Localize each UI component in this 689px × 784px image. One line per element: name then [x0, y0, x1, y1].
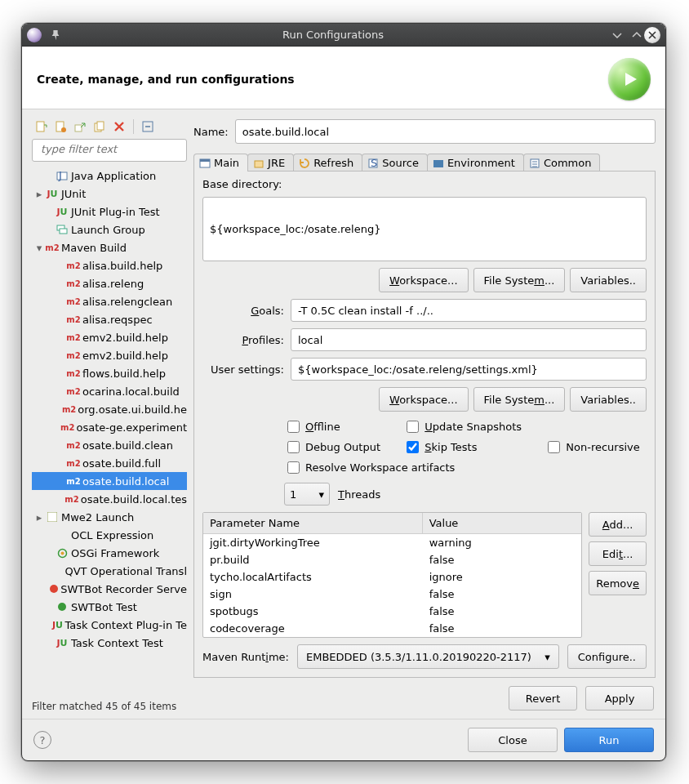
svg-rect-17 [200, 159, 210, 162]
pin-icon[interactable] [50, 29, 61, 41]
chevron-down-icon: ▾ [318, 488, 324, 501]
variables-button[interactable]: Variables.. [570, 268, 647, 292]
svg-point-13 [60, 551, 64, 555]
filter-input[interactable] [39, 142, 180, 156]
svg-point-2 [61, 127, 66, 132]
table-row[interactable]: pr.buildfalse [203, 551, 581, 568]
close-icon[interactable] [644, 27, 660, 43]
tree-item-maven-child[interactable]: m2osate.build.local.tes [32, 490, 187, 508]
tree-item-launch-group[interactable]: Launch Group [32, 220, 187, 238]
tab-refresh[interactable]: Refresh [293, 154, 362, 172]
tree-item-swtbot-recorder[interactable]: SWTBot Recorder Serve [32, 580, 187, 598]
non-recursive-checkbox[interactable]: Non-recursive [545, 439, 647, 456]
new-config-icon[interactable] [33, 119, 48, 134]
svg-rect-3 [75, 125, 82, 131]
filter-box[interactable] [32, 139, 187, 162]
new-prototype-icon[interactable] [53, 119, 68, 134]
profiles-input[interactable] [291, 328, 647, 351]
tree-item-maven-child[interactable]: m2emv2.build.help [32, 346, 187, 364]
goals-label: Goals: [202, 305, 284, 317]
add-parameter-button[interactable]: Add... [589, 512, 647, 537]
configure-button[interactable]: Configure.. [567, 644, 647, 669]
workspace-button-2[interactable]: Workspace... [379, 387, 468, 412]
main-tab-pane: Base directory: Workspace... File System… [193, 172, 656, 678]
tree-item-maven-child[interactable]: m2org.osate.ui.build.he [32, 400, 187, 418]
basedir-input[interactable] [202, 197, 647, 261]
svg-rect-0 [37, 122, 44, 131]
close-button[interactable]: Close [468, 728, 558, 752]
skip-tests-checkbox[interactable]: Skip Tests [403, 439, 528, 456]
help-icon[interactable]: ? [33, 731, 51, 749]
svg-rect-10 [60, 229, 67, 234]
table-row[interactable]: tycho.localArtifactsignore [203, 568, 581, 586]
tab-jre[interactable]: JRE [247, 154, 294, 172]
tree-item-osgi[interactable]: OSGi Framework [32, 544, 187, 562]
run-configurations-window: Run Configurations Create, manage, and r… [21, 23, 666, 761]
revert-button[interactable]: Revert [509, 686, 577, 710]
debug-output-checkbox[interactable]: Debug Output [284, 439, 387, 456]
table-row[interactable]: spotbugsfalse [203, 603, 581, 620]
maximize-icon[interactable] [629, 28, 644, 42]
offline-checkbox[interactable]: Offline [284, 418, 387, 435]
threads-spinner[interactable]: 1▾ [284, 483, 330, 506]
tree-item-task-plugin[interactable]: JUTask Context Plug-in Te [32, 616, 187, 634]
delete-icon[interactable] [112, 119, 127, 134]
tree-item-maven-build[interactable]: ▾m2Maven Build [32, 238, 187, 256]
tree-item-ocl[interactable]: OCL Expression [32, 526, 187, 544]
param-name-header: Parameter Name [203, 513, 423, 533]
goals-input[interactable] [291, 299, 647, 322]
tree-item-maven-child[interactable]: m2osate.build.local [32, 472, 187, 490]
runtime-select[interactable]: EMBEDDED (3.5.3/1.11.0.20190220-2117)▾ [297, 644, 559, 669]
tree-item-maven-child[interactable]: m2osate.build.clean [32, 436, 187, 454]
tree-item-maven-child[interactable]: m2alisa.relengclean [32, 292, 187, 310]
duplicate-icon[interactable] [92, 119, 107, 134]
filesystem-button[interactable]: File System... [473, 268, 566, 292]
export-icon[interactable] [73, 119, 87, 134]
tree-item-maven-child[interactable]: m2osate-ge.experiment [32, 418, 187, 436]
tree-item-junit[interactable]: ▸JUJUnit [32, 185, 187, 203]
tab-source[interactable]: SSource [362, 154, 428, 172]
usersettings-input[interactable] [291, 358, 647, 381]
tab-main[interactable]: Main [193, 154, 248, 172]
table-row[interactable]: codecoveragefalse [203, 620, 581, 637]
config-tree[interactable]: JJava Application ▸JUJUnit JUJUnit Plug-… [32, 167, 187, 697]
tree-item-maven-child[interactable]: m2emv2.build.help [32, 328, 187, 346]
name-label: Name: [193, 126, 229, 138]
table-row[interactable]: jgit.dirtyWorkingTreewarning [203, 534, 581, 551]
checkbox-group: Offline Update Snapshots Debug Output Sk… [284, 418, 647, 476]
apply-button[interactable]: Apply [585, 686, 654, 710]
left-pane: JJava Application ▸JUJUnit JUJUnit Plug-… [32, 118, 187, 712]
filesystem-button-2[interactable]: File System... [473, 387, 566, 412]
edit-parameter-button[interactable]: Edit... [589, 541, 647, 566]
remove-parameter-button[interactable]: Remove [589, 571, 647, 595]
tree-item-junit-plugin[interactable]: JUJUnit Plug-in Test [32, 203, 187, 220]
tree-item-task-test[interactable]: JUTask Context Test [32, 634, 187, 652]
tree-item-maven-child[interactable]: m2alisa.reqspec [32, 310, 187, 328]
variables-button-2[interactable]: Variables.. [570, 387, 647, 412]
tree-item-java-application[interactable]: JJava Application [32, 167, 187, 185]
parameters-table[interactable]: Parameter NameValue jgit.dirtyWorkingTre… [202, 512, 582, 638]
chevron-down-icon: ▾ [545, 651, 550, 663]
update-snapshots-checkbox[interactable]: Update Snapshots [403, 418, 528, 435]
filter-status: Filter matched 45 of 45 items [32, 697, 187, 712]
name-input[interactable] [235, 119, 656, 144]
tab-environment[interactable]: Environment [427, 154, 524, 172]
workspace-button[interactable]: Workspace... [379, 268, 468, 292]
run-button[interactable]: Run [564, 728, 654, 752]
tree-item-qvt[interactable]: QVT Operational Transl [32, 562, 187, 580]
tab-common[interactable]: Common [523, 154, 601, 172]
tree-item-maven-child[interactable]: m2alisa.build.help [32, 256, 187, 274]
tree-item-maven-child[interactable]: m2flows.build.help [32, 364, 187, 382]
dialog-header: Create, manage, and run configurations [22, 47, 665, 109]
tree-item-maven-child[interactable]: m2alisa.releng [32, 274, 187, 292]
resolve-workspace-checkbox[interactable]: Resolve Workspace artifacts [284, 459, 647, 476]
minimize-icon[interactable] [610, 28, 625, 42]
tree-item-maven-child[interactable]: m2osate.build.full [32, 454, 187, 472]
tree-item-maven-child[interactable]: m2ocarina.local.build [32, 382, 187, 400]
tree-item-mwe2[interactable]: ▸Mwe2 Launch [32, 508, 187, 526]
svg-text:J: J [58, 170, 62, 181]
app-icon [27, 28, 42, 42]
collapse-all-icon[interactable] [140, 119, 155, 134]
tree-item-swtbot-test[interactable]: SWTBot Test [32, 598, 187, 616]
table-row[interactable]: signfalse [203, 586, 581, 603]
